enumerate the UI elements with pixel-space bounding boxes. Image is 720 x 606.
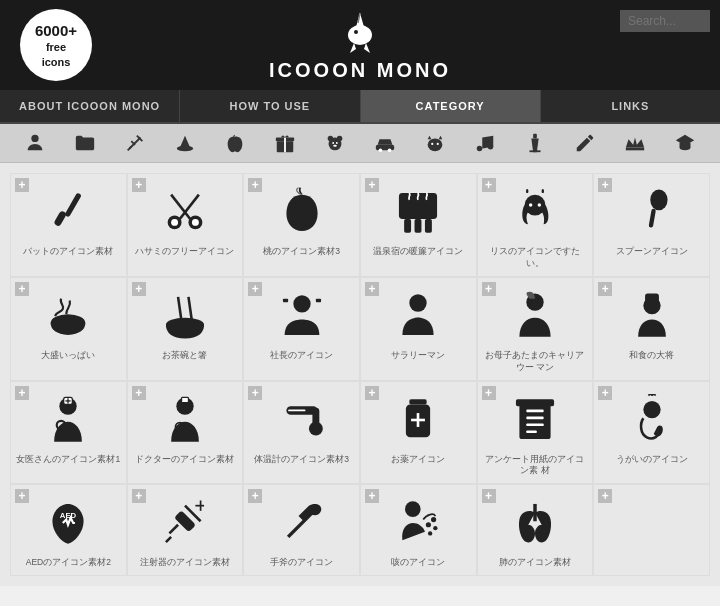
plus-badge[interactable]: + — [132, 386, 146, 400]
plus-badge[interactable]: + — [248, 386, 262, 400]
lighthouse-cat-icon[interactable] — [524, 132, 546, 154]
aed-icon[interactable]: AED — [38, 493, 98, 553]
list-item: + 温泉宿の暖簾アイコン — [360, 173, 477, 277]
svg-line-8 — [128, 147, 132, 151]
gift-cat-icon[interactable] — [274, 132, 296, 154]
bat-icon[interactable] — [38, 182, 98, 242]
svg-marker-3 — [364, 43, 370, 53]
plus-badge[interactable]: + — [15, 489, 29, 503]
plus-badge[interactable]: + — [482, 178, 496, 192]
plus-badge[interactable]: + — [482, 489, 496, 503]
female-doctor-icon[interactable] — [38, 390, 98, 450]
list-item: + 社長のアイコン — [243, 277, 360, 381]
apple-cat-icon[interactable] — [224, 132, 246, 154]
plus-badge[interactable]: + — [15, 178, 29, 192]
svg-rect-29 — [530, 150, 541, 152]
nav-links[interactable]: LINKS — [541, 90, 720, 122]
lungs-icon[interactable] — [505, 493, 565, 553]
svg-line-92 — [166, 537, 171, 542]
nav-category[interactable]: CATEGORY — [361, 90, 541, 122]
president-icon[interactable] — [272, 286, 332, 346]
svg-point-21 — [388, 149, 392, 153]
svg-point-20 — [379, 149, 383, 153]
list-item: + スプーンアイコン — [593, 173, 710, 277]
person-cat-icon[interactable] — [24, 132, 46, 154]
list-item: + 桃のアイコン素材3 — [243, 173, 360, 277]
gargling-icon[interactable] — [622, 390, 682, 450]
plus-badge[interactable]: + — [132, 489, 146, 503]
pencil-cat-icon[interactable] — [574, 132, 596, 154]
list-item: + リスのアイコンですたい。 — [477, 173, 594, 277]
hatchet-icon[interactable] — [272, 493, 332, 553]
crown-cat-icon[interactable] — [624, 132, 646, 154]
plus-badge[interactable]: + — [365, 386, 379, 400]
graduation-cat-icon[interactable] — [674, 132, 696, 154]
unicorn-logo-icon — [336, 9, 384, 57]
injection-icon[interactable] — [155, 493, 215, 553]
hat-cat-icon[interactable] — [174, 132, 196, 154]
nav-how-to-use[interactable]: HOW TO USE — [180, 90, 360, 122]
peach-icon[interactable] — [272, 182, 332, 242]
plus-badge[interactable]: + — [598, 282, 612, 296]
cough-icon[interactable] — [388, 493, 448, 553]
list-item: + 咳のアイコン — [360, 484, 477, 576]
nav-about[interactable]: ABOUT ICOOON MONO — [0, 90, 180, 122]
svg-point-4 — [354, 30, 358, 34]
cat-cat-icon[interactable] — [424, 132, 446, 154]
squirrel-icon[interactable] — [505, 182, 565, 242]
list-item: + バットのアイコン素材 — [10, 173, 127, 277]
plus-badge[interactable]: + — [365, 282, 379, 296]
plus-badge[interactable]: + — [598, 489, 612, 503]
svg-rect-82 — [526, 409, 543, 412]
thermometer-icon[interactable] — [272, 390, 332, 450]
svg-rect-70 — [182, 397, 189, 402]
plus-badge[interactable]: + — [248, 282, 262, 296]
medicine-icon[interactable] — [388, 390, 448, 450]
scissors-icon[interactable] — [155, 182, 215, 242]
svg-marker-28 — [531, 138, 538, 152]
svg-rect-42 — [415, 219, 422, 233]
plus-badge[interactable]: + — [132, 178, 146, 192]
list-item: + 大盛いっぱい — [10, 277, 127, 381]
list-item: + サラリーマン — [360, 277, 477, 381]
svg-line-91 — [169, 525, 178, 534]
chef-icon[interactable] — [622, 286, 682, 346]
car-cat-icon[interactable] — [374, 132, 396, 154]
syringe-cat-icon[interactable] — [124, 132, 146, 154]
plus-badge[interactable]: + — [248, 178, 262, 192]
bear-cat-icon[interactable] — [324, 132, 346, 154]
plus-badge[interactable]: + — [598, 178, 612, 192]
svg-point-100 — [428, 532, 432, 536]
site-title: ICOOON MONO — [269, 59, 451, 82]
plus-badge[interactable]: + — [365, 178, 379, 192]
folder-cat-icon[interactable] — [74, 132, 96, 154]
list-item: + ドクターのアイコン素材 — [127, 381, 244, 485]
plus-badge[interactable]: + — [15, 282, 29, 296]
svg-rect-48 — [648, 208, 656, 228]
svg-point-1 — [348, 25, 372, 45]
svg-line-52 — [188, 297, 191, 321]
svg-point-46 — [538, 203, 541, 206]
plus-badge[interactable]: + — [132, 282, 146, 296]
career-woman-icon[interactable] — [505, 286, 565, 346]
doctor-icon[interactable] — [155, 390, 215, 450]
plus-badge[interactable]: + — [482, 386, 496, 400]
icon-grid: + バットのアイコン素材 + ハサミのフリーアイコン — [10, 173, 710, 576]
fullbowl-icon[interactable] — [38, 286, 98, 346]
list-item: + お茶碗と箸 — [127, 277, 244, 381]
salaryman-icon[interactable] — [388, 286, 448, 346]
plus-badge[interactable]: + — [15, 386, 29, 400]
bowl-chopsticks-icon[interactable] — [155, 286, 215, 346]
spoon-icon[interactable] — [622, 182, 682, 242]
plus-badge[interactable]: + — [598, 386, 612, 400]
search-input[interactable] — [620, 10, 710, 32]
svg-point-15 — [337, 136, 343, 142]
survey-icon[interactable] — [505, 390, 565, 450]
plus-badge[interactable]: + — [248, 489, 262, 503]
music-cat-icon[interactable] — [474, 132, 496, 154]
plus-badge[interactable]: + — [482, 282, 496, 296]
plus-badge[interactable]: + — [365, 489, 379, 503]
svg-point-6 — [31, 135, 38, 142]
svg-rect-84 — [526, 423, 543, 426]
noren-icon[interactable] — [388, 182, 448, 242]
